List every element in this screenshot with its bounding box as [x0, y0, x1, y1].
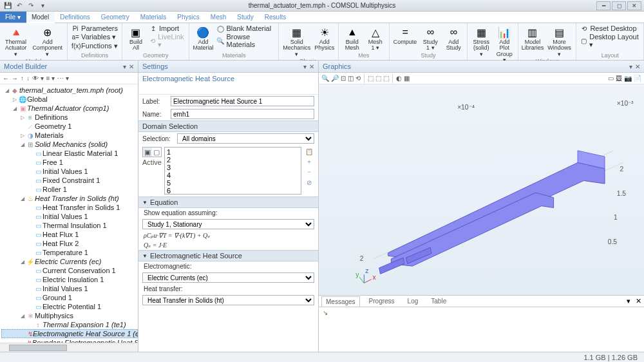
tab-physics[interactable]: Physics [172, 12, 205, 23]
view-yz-icon[interactable]: ⬚ [383, 75, 389, 82]
panel-close-icon[interactable]: ✕ [635, 63, 640, 70]
view-icon[interactable]: 👁 ▾ [32, 75, 44, 82]
domain-selection-header[interactable]: Domain Selection [138, 120, 318, 132]
tree-node[interactable]: ▭Heat Flux 1 [1, 230, 138, 239]
qat-save-icon[interactable]: 💾 [3, 1, 13, 10]
zoom-in-icon[interactable]: 🔍 [321, 75, 329, 82]
ribbon-stress[interactable]: ▦Stress(solid) ▾ [470, 24, 492, 58]
paste-icon[interactable]: 📋 [304, 147, 314, 156]
tab-materials[interactable]: Materials [135, 12, 173, 23]
study-dropdown[interactable]: Study 1, Stationary [142, 219, 314, 229]
default-view-icon[interactable]: ⟲ [355, 75, 361, 82]
tab-file[interactable]: File ▾ [0, 12, 26, 23]
print-icon[interactable]: 📄 [634, 75, 641, 82]
tree-node[interactable]: ▷≡Definitions [1, 113, 138, 122]
ribbon-variables-[interactable]: a=Variables ▾ [70, 33, 119, 41]
panel-close-icon[interactable]: ✕ [309, 63, 314, 70]
tree-node[interactable]: ▭Thermal Insulation 1 [1, 221, 138, 230]
domain-list[interactable]: 1234567 [164, 147, 301, 195]
ribbon-desktop-layout-[interactable]: ▢Desktop Layout ▾ [579, 33, 641, 49]
transparency-icon[interactable]: ◐ [396, 75, 402, 82]
ribbon-reset-desktop[interactable]: ⟲Reset Desktop [579, 24, 641, 32]
toggle-icon[interactable]: ⊘ [304, 178, 314, 187]
ribbon-build[interactable]: ▲BuildMesh [341, 24, 363, 52]
tree-node[interactable]: ↯Boundary Electromagnetic Heat Source 1 … [1, 338, 138, 343]
tab-mesh[interactable]: Mesh [205, 12, 232, 23]
filter-icon[interactable]: ≡ ▾ [46, 75, 55, 82]
horizontal-scrollbar[interactable] [0, 343, 138, 352]
view-xz-icon[interactable]: ⬚ [375, 75, 381, 82]
ribbon-more[interactable]: ▤MoreWindows ▾ [545, 24, 574, 58]
zoom-extents-icon[interactable]: ⊡ [341, 75, 346, 82]
tree-node[interactable]: ◢⚛Multiphysics [1, 311, 138, 320]
panel-dropdown-icon[interactable]: ▾ [123, 63, 126, 70]
ribbon-thermal[interactable]: 🔺ThermalActuator ▾ [3, 24, 29, 58]
nav-fwd-icon[interactable]: → [12, 75, 18, 82]
qat-redo-icon[interactable]: ↷ [26, 1, 36, 10]
nav-up-icon[interactable]: ↑ [21, 75, 24, 82]
tab-definitions[interactable]: Definitions [55, 12, 96, 23]
tree-node[interactable]: ▷◑Materials [1, 131, 138, 140]
tree-node[interactable]: ▭Ground 1 [1, 293, 138, 302]
tree-node[interactable]: ↕Thermal Expansion 1 (te1) [1, 320, 138, 329]
panel-dropdown-icon[interactable]: ▾ [629, 63, 632, 70]
name-input[interactable] [171, 109, 314, 119]
tree-node[interactable]: ◢▣Thermal Actuator (comp1) [1, 104, 138, 113]
tab-messages[interactable]: Messages [321, 296, 360, 307]
tree-node[interactable]: ▭Roller 1 [1, 185, 138, 194]
tab-table[interactable]: Table [427, 296, 450, 306]
tree-node[interactable]: ▭Initial Values 1 [1, 284, 138, 293]
panel-close-icon[interactable]: ✕ [636, 297, 641, 305]
remove-icon[interactable]: － [304, 167, 314, 176]
tree-node[interactable]: ▭Initial Values 1 [1, 167, 138, 176]
tab-model[interactable]: Model [26, 12, 55, 23]
tree-node[interactable]: ▭Heat Transfer in Solids 1 [1, 203, 138, 212]
label-input[interactable] [171, 96, 314, 106]
ribbon-build[interactable]: ▣BuildAll [125, 24, 147, 52]
qat-undo-icon[interactable]: ↶ [14, 1, 24, 10]
ribbon-model[interactable]: ▥ModelLibraries [521, 24, 544, 52]
ribbon-compute[interactable]: =Compute [392, 24, 419, 46]
tab-study[interactable]: Study [232, 12, 260, 23]
tree-node[interactable]: ◢◆thermal_actuator_tem.mph (root) [1, 86, 138, 95]
tree-node[interactable]: ◢♨Heat Transfer in Solids (ht) [1, 194, 138, 203]
close-button[interactable]: ✕ [627, 1, 641, 10]
tree-node[interactable]: ▭Free 1 [1, 158, 138, 167]
ribbon-parameters[interactable]: PiParameters [70, 24, 119, 32]
model-tree[interactable]: ◢◆thermal_actuator_tem.mph (root)▷🌐Globa… [0, 84, 138, 343]
tree-node[interactable]: ▭Initial Values 1 [1, 212, 138, 221]
ribbon-add[interactable]: ☀AddPhysics [314, 24, 336, 52]
selection-dropdown[interactable]: All domains [177, 133, 314, 144]
ribbon-add[interactable]: ∞AddStudy [442, 24, 464, 52]
tree-node[interactable]: ▷🌐Global [1, 95, 138, 104]
ribbon-study[interactable]: ∞Study1 ▾ [419, 24, 441, 52]
more-icon[interactable]: ⋯ ▾ [57, 75, 69, 82]
nav-back-icon[interactable]: ← [3, 75, 9, 82]
image-icon[interactable]: 🖼 [616, 75, 622, 82]
ribbon-add-plot[interactable]: 📊Add PlotGroup ▾ [493, 24, 515, 64]
minimize-button[interactable]: ━ [596, 1, 611, 10]
graphics-canvas[interactable]: ×10⁻⁴ ×10⁻³ 0.5 1 1.5 2 2 [319, 84, 644, 295]
ribbon-solid[interactable]: ▦SolidMechanics ▾ [281, 24, 312, 58]
view-xy-icon[interactable]: ⬚ [368, 75, 374, 82]
emhs-header[interactable]: ▼Electromagnetic Heat Source [138, 250, 318, 262]
ribbon-browse-materials[interactable]: 🔍Browse Materials [215, 33, 275, 48]
ht-dropdown[interactable]: Heat Transfer in Solids (ht) [142, 295, 314, 305]
panel-close-icon[interactable]: ✕ [129, 63, 134, 70]
ribbon-blank-material[interactable]: ◯Blank Material [215, 24, 275, 32]
ribbon-import[interactable]: ↥Import [148, 24, 187, 32]
nav-down-icon[interactable]: ↓ [26, 75, 30, 82]
panel-dropdown-icon[interactable]: ▾ [627, 297, 630, 305]
maximize-button[interactable]: ◻ [612, 1, 626, 10]
tab-geometry[interactable]: Geometry [96, 12, 135, 23]
wireframe-icon[interactable]: ▦ [404, 75, 410, 82]
ribbon-add[interactable]: ⊕AddComponent ▾ [30, 24, 64, 58]
ribbon-mesh[interactable]: △Mesh1 ▾ [365, 24, 386, 52]
tree-node[interactable]: ▭Linear Elastic Material 1 [1, 149, 138, 158]
snapshot-icon[interactable]: 📷 [624, 75, 632, 82]
panel-dropdown-icon[interactable]: ▾ [303, 63, 307, 70]
tree-node[interactable]: ▭Heat Flux 2 [1, 239, 138, 248]
equation-header[interactable]: ▼Equation [138, 196, 318, 208]
tree-node[interactable]: ↯Electromagnetic Heat Source 1 (emh1) [1, 329, 138, 338]
ribbon-add[interactable]: 🔵AddMaterial [192, 24, 214, 52]
